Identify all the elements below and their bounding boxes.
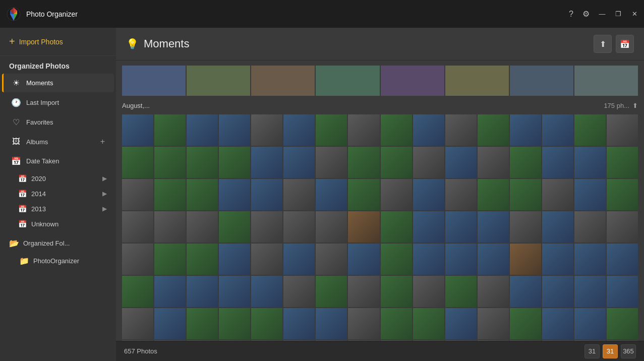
photo-cell[interactable]: [122, 244, 153, 275]
photo-cell[interactable]: [316, 147, 347, 178]
photo-cell[interactable]: [122, 276, 153, 307]
photo-cell[interactable]: [154, 276, 186, 307]
view-year-button[interactable]: 365: [621, 344, 636, 358]
photo-cell[interactable]: [283, 276, 315, 307]
photo-cell[interactable]: [510, 179, 541, 210]
photo-cell[interactable]: [122, 147, 153, 178]
photo-cell[interactable]: [187, 179, 218, 210]
strip-photo[interactable]: [510, 66, 573, 96]
view-month-button[interactable]: 31: [603, 344, 618, 358]
photo-cell[interactable]: [413, 114, 444, 146]
photo-cell[interactable]: [283, 147, 315, 178]
photo-cell[interactable]: [154, 308, 186, 339]
photo-cell[interactable]: [219, 114, 250, 146]
photo-cell[interactable]: [219, 244, 250, 275]
photo-cell[interactable]: [154, 244, 186, 275]
sidebar-item-moments[interactable]: ☀ Moments: [2, 74, 114, 92]
photo-cell[interactable]: [219, 276, 250, 307]
photo-cell[interactable]: [219, 340, 250, 341]
help-icon[interactable]: ?: [569, 10, 573, 19]
photo-cell[interactable]: [413, 179, 444, 210]
photo-cell[interactable]: [478, 114, 509, 146]
photo-cell[interactable]: [154, 147, 186, 178]
photo-cell[interactable]: [316, 114, 347, 146]
photo-cell[interactable]: [381, 276, 412, 307]
photo-cell[interactable]: [348, 308, 379, 339]
photo-cell[interactable]: [445, 276, 477, 307]
photo-cell[interactable]: [542, 114, 573, 146]
photo-cell[interactable]: [478, 340, 509, 341]
photo-cell[interactable]: [510, 244, 541, 275]
photo-organizer-item[interactable]: 📁 PhotoOrganizer: [0, 252, 116, 270]
photo-cell[interactable]: [187, 114, 218, 146]
photo-cell[interactable]: [574, 211, 606, 243]
photo-cell[interactable]: [445, 179, 477, 210]
photo-cell[interactable]: [607, 211, 638, 243]
photo-cell[interactable]: [283, 114, 315, 146]
photo-cell[interactable]: [445, 211, 477, 243]
photo-cell[interactable]: [283, 211, 315, 243]
photo-cell[interactable]: [348, 340, 379, 341]
photo-grid-container[interactable]: August,... 175 ph... ⬆: [116, 61, 644, 341]
photo-cell[interactable]: [251, 340, 282, 341]
photo-cell[interactable]: [574, 179, 606, 210]
export-button[interactable]: ⬆: [594, 35, 612, 53]
photo-cell[interactable]: [413, 276, 444, 307]
photo-cell[interactable]: [283, 244, 315, 275]
photo-cell[interactable]: [574, 114, 606, 146]
photo-cell[interactable]: [154, 114, 186, 146]
photo-cell[interactable]: [316, 340, 347, 341]
photo-cell[interactable]: [381, 211, 412, 243]
photo-cell[interactable]: [607, 147, 638, 178]
photo-cell[interactable]: [445, 340, 477, 341]
photo-cell[interactable]: [122, 340, 153, 341]
photo-cell[interactable]: [348, 179, 379, 210]
photo-cell[interactable]: [574, 340, 606, 341]
photo-cell[interactable]: [348, 114, 379, 146]
photo-cell[interactable]: [607, 244, 638, 275]
tree-item-2020[interactable]: 📅 2020 ▶: [0, 171, 116, 186]
sidebar-item-favorites[interactable]: ♡ Favorites: [2, 113, 114, 132]
calendar-view-button[interactable]: 📅: [616, 35, 634, 53]
strip-photo[interactable]: [574, 66, 638, 96]
photo-cell[interactable]: [510, 147, 541, 178]
strip-photo[interactable]: [187, 66, 250, 96]
photo-cell[interactable]: [251, 276, 282, 307]
strip-photo[interactable]: [445, 66, 509, 96]
view-day-button[interactable]: 31: [584, 344, 600, 358]
photo-cell[interactable]: [542, 147, 573, 178]
photo-cell[interactable]: [478, 244, 509, 275]
maximize-button[interactable]: ❐: [615, 11, 622, 18]
photo-cell[interactable]: [187, 244, 218, 275]
photo-cell[interactable]: [187, 211, 218, 243]
photo-cell[interactable]: [413, 147, 444, 178]
photo-cell[interactable]: [542, 276, 573, 307]
photo-cell[interactable]: [381, 340, 412, 341]
photo-cell[interactable]: [219, 308, 250, 339]
photo-cell[interactable]: [348, 211, 379, 243]
photo-cell[interactable]: [122, 179, 153, 210]
photo-cell[interactable]: [283, 308, 315, 339]
photo-cell[interactable]: [607, 179, 638, 210]
photo-cell[interactable]: [251, 114, 282, 146]
photo-cell[interactable]: [283, 179, 315, 210]
photo-cell[interactable]: [283, 340, 315, 341]
photo-cell[interactable]: [574, 308, 606, 339]
photo-cell[interactable]: [413, 211, 444, 243]
photo-cell[interactable]: [510, 211, 541, 243]
photo-cell[interactable]: [187, 308, 218, 339]
photo-cell[interactable]: [154, 179, 186, 210]
photo-cell[interactable]: [413, 340, 444, 341]
photo-cell[interactable]: [251, 211, 282, 243]
photo-cell[interactable]: [316, 308, 347, 339]
strip-photo[interactable]: [316, 66, 379, 96]
photo-cell[interactable]: [574, 147, 606, 178]
photo-cell[interactable]: [348, 147, 379, 178]
photo-cell[interactable]: [316, 179, 347, 210]
sidebar-item-date-taken[interactable]: 📅 Date Taken: [2, 152, 114, 170]
photo-cell[interactable]: [381, 308, 412, 339]
organized-folders-item[interactable]: 📂 Organized Fol...: [0, 234, 116, 252]
photo-cell[interactable]: [478, 179, 509, 210]
photo-cell[interactable]: [574, 244, 606, 275]
photo-cell[interactable]: [445, 308, 477, 339]
